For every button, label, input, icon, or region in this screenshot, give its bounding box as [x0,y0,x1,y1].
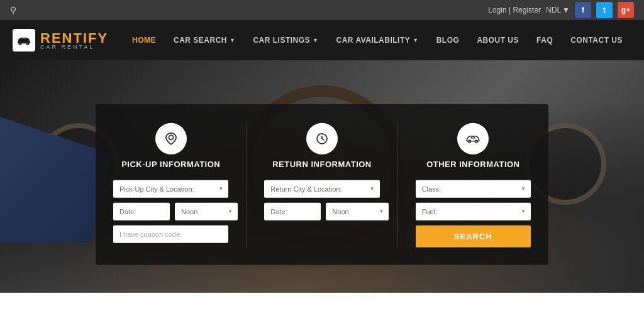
nav-item-contact-us[interactable]: CONTACT US [562,20,631,60]
nav-label-car-search: CAR SEARCH [174,36,227,45]
nav-item-faq[interactable]: FAQ [528,20,562,60]
other-section: OTHER INFORMATION Class: Fuel: [416,123,531,248]
divider-2 [397,123,398,248]
return-location-select[interactable]: Return City & Location: [264,180,379,198]
class-row: Class: [416,180,531,198]
pickup-time-select[interactable]: Noon Morning Afternoon Evening [175,203,238,220]
car-availability-dropdown-icon: ▼ [413,37,418,43]
lang-label: NDL [546,6,561,14]
car-search-dropdown-icon: ▼ [230,37,235,43]
pickup-datetime-row: Noon Morning Afternoon Evening [113,203,228,220]
nav-item-about-us[interactable]: ABOUT US [468,20,528,60]
search-form: PICK-UP INFORMATION Pick-Up City & Locat… [96,104,548,265]
language-selector[interactable]: NDL ▼ [546,6,570,14]
form-sections: PICK-UP INFORMATION Pick-Up City & Locat… [113,123,531,248]
coupon-input[interactable] [113,226,228,243]
twitter-icon: t [603,6,606,14]
nav-label-car-availability: CAR AVAILABILITY [336,36,411,45]
main-nav: HOME CAR SEARCH ▼ CAR LISTINGS ▼ CAR AVA… [123,20,631,60]
svg-point-1 [26,42,30,45]
search-row: SEARCH [416,226,531,248]
divider-1 [246,123,247,248]
return-icon [306,123,338,155]
facebook-icon: f [582,6,584,14]
pickup-section-header: PICK-UP INFORMATION [113,123,228,169]
hero-section: PICK-UP INFORMATION Pick-Up City & Locat… [0,60,644,293]
fuel-wrapper: Fuel: [416,203,531,220]
register-link[interactable]: Register [513,6,541,14]
header: RENTIFY CAR RENTAL HOME CAR SEARCH ▼ CAR… [0,20,644,60]
return-time-select[interactable]: Noon Morning Afternoon Evening [326,203,389,220]
pickup-location-wrapper: Pick-Up City & Location: [113,180,228,198]
other-icon [457,123,489,155]
pickup-icon [155,123,187,155]
auth-links: Login | Register [488,6,541,14]
logo: RENTIFY CAR RENTAL [13,29,108,52]
fuel-select[interactable]: Fuel: [416,203,531,220]
nav-item-blog[interactable]: BLOG [428,20,469,60]
return-section-header: RETURN INFORMATION [264,123,379,169]
pickup-location-select[interactable]: Pick-Up City & Location: [113,180,228,198]
nav-item-home[interactable]: HOME [123,20,165,60]
bottom-section [0,293,644,321]
nav-label-home: HOME [132,36,156,45]
return-section: RETURN INFORMATION Return City & Locatio… [264,123,379,248]
nav-label-blog: BLOG [436,36,460,45]
return-date-input[interactable] [264,203,321,220]
pickup-time-wrapper: Noon Morning Afternoon Evening [175,203,238,220]
logo-icon [13,29,35,52]
nav-label-contact-us: CONTACT US [570,36,623,45]
pickup-section: PICK-UP INFORMATION Pick-Up City & Locat… [113,123,228,248]
svg-point-2 [169,135,173,139]
logo-text-block: RENTIFY CAR RENTAL [40,30,108,50]
class-select[interactable]: Class: [416,180,531,198]
return-datetime-row: Noon Morning Afternoon Evening [264,203,379,220]
nav-item-car-availability[interactable]: CAR AVAILABILITY ▼ [328,20,428,60]
facebook-button[interactable]: f [575,2,591,18]
return-location-wrapper: Return City & Location: [264,180,379,198]
return-section-title: RETURN INFORMATION [272,160,372,169]
top-bar-left: ⚲ [10,5,16,15]
other-section-header: OTHER INFORMATION [416,123,531,169]
nav-label-about-us: ABOUT US [477,36,519,45]
coupon-row [113,226,228,243]
google-plus-icon: g+ [621,6,630,14]
login-link[interactable]: Login [488,6,506,14]
nav-item-car-search[interactable]: CAR SEARCH ▼ [165,20,244,60]
nav-label-car-listings: CAR LISTINGS [253,36,310,45]
other-section-title: OTHER INFORMATION [426,160,519,169]
top-bar-right: Login | Register NDL ▼ f t g+ [488,2,634,18]
top-bar: ⚲ Login | Register NDL ▼ f t g+ [0,0,644,20]
class-wrapper: Class: [416,180,531,198]
google-plus-button[interactable]: g+ [618,2,634,18]
twitter-button[interactable]: t [596,2,613,18]
svg-point-0 [19,42,22,45]
car-listings-dropdown-icon: ▼ [313,37,318,43]
nav-label-faq: FAQ [536,36,553,45]
pickup-date-input[interactable] [113,203,170,220]
nav-item-car-listings[interactable]: CAR LISTINGS ▼ [244,20,327,60]
search-icon[interactable]: ⚲ [10,5,16,15]
pickup-section-title: PICK-UP INFORMATION [121,160,220,169]
return-time-wrapper: Noon Morning Afternoon Evening [326,203,389,220]
lang-arrow-icon: ▼ [562,6,570,14]
fuel-row: Fuel: [416,203,531,220]
pickup-location-row: Pick-Up City & Location: [113,180,228,198]
return-location-row: Return City & Location: [264,180,379,198]
search-button[interactable]: SEARCH [416,226,531,248]
